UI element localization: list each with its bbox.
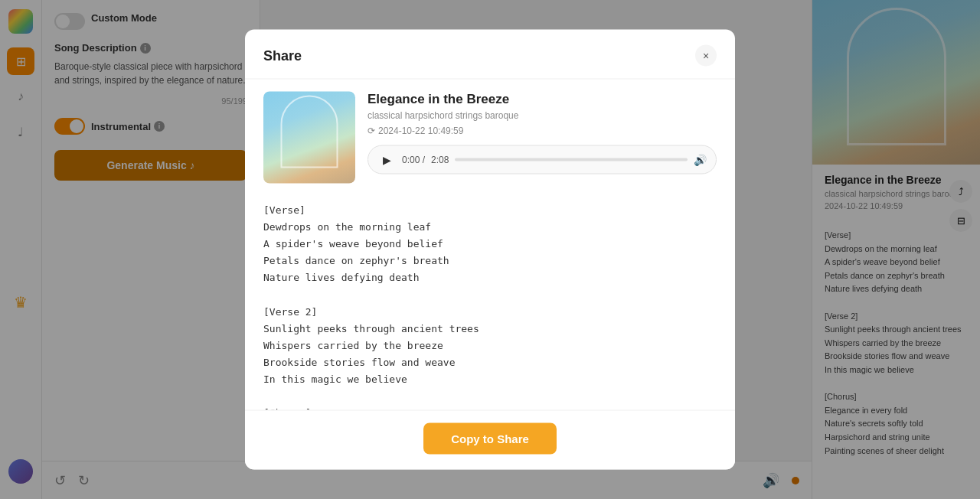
- modal-title: Share: [263, 47, 302, 64]
- modal-footer: Copy to Share: [245, 410, 735, 470]
- modal-close-button[interactable]: ×: [695, 45, 717, 67]
- thumb-arch-decoration: [281, 96, 338, 168]
- progress-bar-container[interactable]: [455, 158, 688, 161]
- modal-song-tags: classical harpsichord strings baroque: [368, 110, 717, 121]
- play-button[interactable]: ▶: [377, 151, 396, 169]
- modal-lyrics-container[interactable]: [Verse] Dewdrops on the morning leaf A s…: [245, 196, 735, 410]
- modal-song-title: Elegance in the Breeze: [368, 92, 717, 107]
- modal-lyrics-text: [Verse] Dewdrops on the morning leaf A s…: [263, 202, 717, 410]
- modal-header: Share ×: [245, 30, 735, 80]
- audio-player[interactable]: ▶ 0:00 / 2:08 🔊: [368, 145, 717, 174]
- audio-volume-icon[interactable]: 🔊: [694, 154, 707, 166]
- modal-song-date: ⟳ 2024-10-22 10:49:59: [368, 126, 717, 136]
- time-current: 0:00 /: [402, 155, 425, 165]
- time-total: 2:08: [431, 155, 449, 165]
- date-icon: ⟳: [368, 126, 375, 136]
- share-modal: Share × Elegance in the Breeze classical…: [245, 30, 735, 470]
- song-thumbnail: [263, 92, 355, 184]
- copy-to-share-button[interactable]: Copy to Share: [423, 423, 557, 455]
- modal-song-card: Elegance in the Breeze classical harpsic…: [245, 80, 735, 196]
- song-meta: Elegance in the Breeze classical harpsic…: [368, 92, 717, 174]
